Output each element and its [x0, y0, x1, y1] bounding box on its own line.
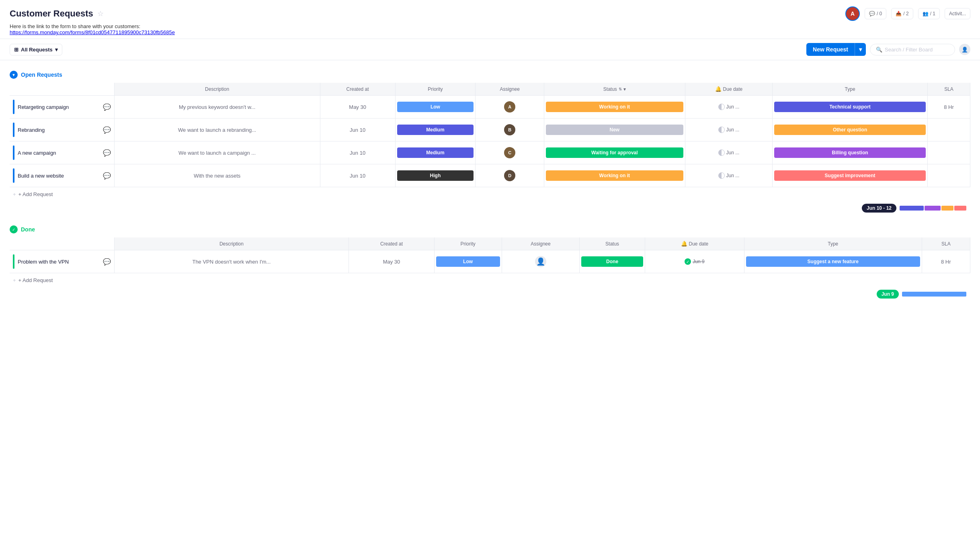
row-status-cell[interactable]: Waiting for approval [544, 141, 685, 164]
col-status-done: Status [580, 237, 645, 250]
row-description-cell: We want to launch a rebranding... [114, 119, 320, 141]
add-icon-done: + [13, 277, 16, 283]
row-description-cell: My previous keyword doesn't w... [114, 96, 320, 119]
row-type-cell[interactable]: Other question [773, 119, 928, 141]
col-assignee-done: Assignee [502, 237, 580, 250]
row-due-cell[interactable]: Jun ... [685, 96, 773, 119]
form-link[interactable]: https://forms.monday.com/forms/8f01cd054… [10, 29, 175, 35]
row-sla-cell: 8 Hr [927, 96, 970, 119]
row-priority-cell[interactable]: Low [395, 96, 476, 119]
table-row[interactable]: Problem with the VPN 💬 The VPN doesn't w… [10, 250, 970, 273]
row-status-cell[interactable]: New [544, 119, 685, 141]
row-name-cell[interactable]: A new campaign 💬 [10, 141, 114, 164]
done-summary: Jun 9 [10, 287, 970, 301]
chevron-down-icon[interactable]: ▾ [623, 86, 626, 92]
new-request-button[interactable]: New Request ▾ [806, 43, 866, 56]
row-assignee-cell[interactable]: A [476, 96, 544, 119]
col-desc-done: Description [114, 237, 349, 250]
view-selector[interactable]: ⊞ All Requests ▾ [10, 44, 62, 55]
comment-icon[interactable]: 💬 [103, 126, 111, 134]
comment-icon[interactable]: 💬 [103, 149, 111, 157]
done-add[interactable]: + + Add Request [10, 273, 970, 287]
sort-icon[interactable]: ⇅ [619, 87, 622, 91]
row-due-cell[interactable]: Jun ... [685, 141, 773, 164]
row-sla-cell [927, 119, 970, 141]
search-box[interactable]: 🔍 [870, 44, 955, 55]
bell-icon-done: 🔔 [681, 241, 687, 247]
table-row[interactable]: Rebranding 💬 We want to launch a rebrand… [10, 119, 970, 141]
color-segment [902, 292, 966, 297]
comment-icon[interactable]: 💬 [103, 103, 111, 111]
col-name [10, 83, 114, 96]
col-name-done [10, 237, 114, 250]
open-requests-summary: Jun 10 - 12 [10, 201, 970, 215]
add-icon: + [13, 191, 16, 197]
open-requests-toggle[interactable]: ▼ [10, 71, 18, 79]
content: ▼ Open Requests Description Created at P… [0, 68, 980, 301]
col-priority-done: Priority [434, 237, 502, 250]
row-name-cell[interactable]: Build a new website 💬 [10, 164, 114, 187]
inbox-icon: 📥 [896, 11, 902, 16]
row-created-cell: Jun 10 [320, 119, 395, 141]
row-created-cell: May 30 [320, 96, 395, 119]
row-created-cell: May 30 [349, 250, 434, 273]
row-assignee-cell[interactable]: C [476, 141, 544, 164]
row-name-text: A new campaign [18, 150, 100, 156]
row-priority-cell[interactable]: Medium [395, 119, 476, 141]
row-name-text: Retargeting campaign [18, 104, 100, 110]
row-due-cell[interactable]: Jun ... [685, 164, 773, 187]
row-due-cell[interactable]: ✓Jun 9 [645, 250, 744, 273]
row-type-cell[interactable]: Billing question [773, 141, 928, 164]
activity-button[interactable]: Activit... [945, 8, 970, 19]
inbox-button[interactable]: 📥 / 2 [891, 8, 913, 19]
header-title: Customer Requests ☆ [10, 8, 104, 19]
open-requests-table: Description Created at Priority Assignee… [10, 83, 970, 187]
row-type-cell[interactable]: Suggest a new feature [744, 250, 922, 273]
comments-button[interactable]: 💬 / 0 [865, 8, 886, 19]
users-button[interactable]: 👥 / 1 [918, 8, 940, 19]
table-row[interactable]: Retargeting campaign 💬 My previous keywo… [10, 96, 970, 119]
color-segment [925, 206, 941, 211]
row-status-cell[interactable]: Done [580, 250, 645, 273]
search-input[interactable] [885, 47, 949, 53]
row-sla-cell [927, 164, 970, 187]
table-row[interactable]: Build a new website 💬 With the new asset… [10, 164, 970, 187]
col-description: Description [114, 83, 320, 96]
row-description-cell: The VPN doesn't work when I'm... [114, 250, 349, 273]
row-status-cell[interactable]: Working on it [544, 96, 685, 119]
row-priority-cell[interactable]: High [395, 164, 476, 187]
open-requests-add[interactable]: + + Add Request [10, 187, 970, 201]
row-assignee-cell[interactable]: B [476, 119, 544, 141]
favorite-icon[interactable]: ☆ [97, 9, 104, 18]
row-type-cell[interactable]: Technical support [773, 96, 928, 119]
comment-icon[interactable]: 💬 [103, 172, 111, 180]
table-row[interactable]: A new campaign 💬 We want to launch a cam… [10, 141, 970, 164]
col-due-date: 🔔 Due date [685, 83, 773, 96]
open-requests-group: ▼ Open Requests Description Created at P… [10, 68, 970, 215]
comment-icon[interactable]: 💬 [103, 258, 111, 266]
col-type-done: Type [744, 237, 922, 250]
row-name-cell[interactable]: Retargeting campaign 💬 [10, 96, 114, 119]
row-due-cell[interactable]: Jun ... [685, 119, 773, 141]
col-priority: Priority [395, 83, 476, 96]
summary-date-badge: Jun 10 - 12 [862, 204, 896, 213]
row-priority-cell[interactable]: Low [434, 250, 502, 273]
search-icon: 🔍 [876, 47, 882, 53]
profile-icon[interactable]: 👤 [959, 44, 970, 55]
done-toggle[interactable]: ✓ [10, 225, 18, 233]
row-assignee-cell[interactable]: D [476, 164, 544, 187]
row-type-cell[interactable]: Suggest improvement [773, 164, 928, 187]
row-assignee-cell[interactable]: 👤 [502, 250, 580, 273]
done-date-badge: Jun 9 [877, 290, 899, 299]
row-name-text: Problem with the VPN [18, 259, 100, 265]
new-request-dropdown-arrow[interactable]: ▾ [855, 43, 866, 56]
user-avatar[interactable]: A [845, 6, 860, 21]
row-name-cell[interactable]: Rebranding 💬 [10, 119, 114, 141]
col-status[interactable]: Status ⇅ ▾ [544, 83, 685, 96]
row-name-text: Build a new website [18, 173, 100, 179]
done-table: Description Created at Priority Assignee… [10, 237, 970, 273]
row-status-cell[interactable]: Working on it [544, 164, 685, 187]
row-priority-cell[interactable]: Medium [395, 141, 476, 164]
col-created-at: Created at [320, 83, 395, 96]
row-name-cell[interactable]: Problem with the VPN 💬 [10, 250, 114, 273]
